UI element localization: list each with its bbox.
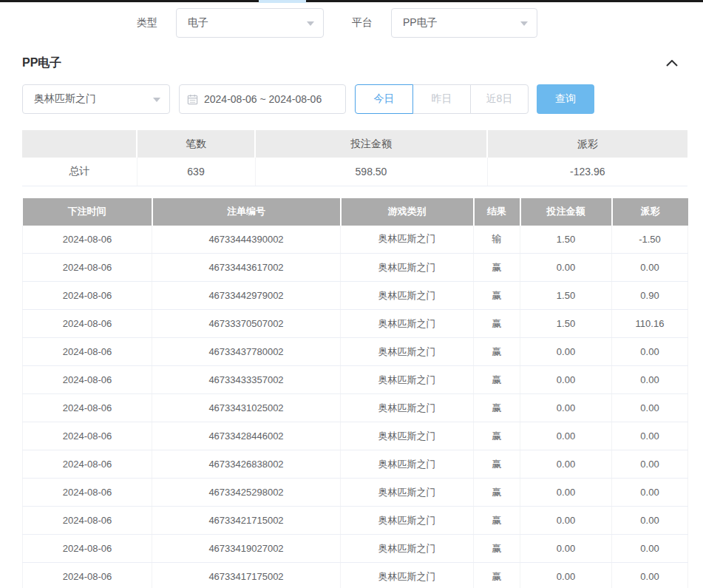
summary-total-payout: -123.96 (487, 158, 687, 186)
records-table: 下注时间 注单编号 游戏类别 结果 投注金额 派彩 2024-08-06 467… (22, 198, 688, 588)
cell-result: 赢 (474, 450, 520, 479)
cell-result: 赢 (474, 422, 520, 450)
cell-bet-time: 2024-08-06 (23, 535, 152, 563)
table-row: 2024-08-06 46733428446002 奥林匹斯之门 赢 0.00 … (23, 422, 688, 450)
summary-total-bet-amount: 598.50 (255, 158, 487, 186)
date-range-input[interactable]: 2024-08-06 ~ 2024-08-06 (179, 84, 346, 114)
cell-bet-time: 2024-08-06 (23, 254, 152, 282)
date-range-value: 2024-08-06 ~ 2024-08-06 (204, 93, 322, 105)
table-row: 2024-08-06 46733443617002 奥林匹斯之门 赢 0.00 … (23, 254, 688, 282)
platform-select-value: PP电子 (403, 16, 438, 30)
summary-table: 笔数 投注金额 派彩 总计 639 598.50 -123.96 (22, 130, 687, 186)
summary-header-bet-amount: 投注金额 (255, 130, 487, 158)
cell-payout: -1.50 (612, 226, 688, 254)
main-content: PP电子 奥林匹斯之门 (0, 55, 703, 588)
records-header-bet-amount: 投注金额 (520, 198, 612, 226)
quick-range-today-button[interactable]: 今日 (355, 84, 413, 114)
table-row: 2024-08-06 46733425298002 奥林匹斯之门 赢 0.00 … (23, 479, 688, 507)
cell-game-type: 奥林匹斯之门 (341, 254, 474, 282)
summary-total-row: 总计 639 598.50 -123.96 (22, 158, 687, 186)
section-title: PP电子 (22, 55, 61, 71)
cell-bet-amount: 1.50 (520, 226, 612, 254)
cell-game-type: 奥林匹斯之门 (341, 394, 474, 422)
cell-bet-amount: 0.00 (520, 422, 612, 450)
calendar-icon (187, 94, 198, 105)
chevron-up-icon (666, 60, 678, 67)
table-row: 2024-08-06 46733421715002 奥林匹斯之门 赢 0.00 … (23, 507, 688, 535)
cell-result: 输 (474, 226, 520, 254)
cell-order-id: 46733421715002 (152, 507, 341, 535)
chevron-down-icon (307, 21, 314, 26)
cell-game-type: 奥林匹斯之门 (341, 507, 474, 535)
cell-order-id: 46733370507002 (152, 310, 341, 338)
cell-payout: 0.00 (612, 563, 688, 588)
search-button[interactable]: 查询 (537, 84, 594, 114)
cell-result: 赢 (474, 394, 520, 422)
summary-header-row: 笔数 投注金额 派彩 (22, 130, 687, 158)
records-header-order-id: 注单编号 (152, 198, 341, 226)
summary-total-label: 总计 (22, 158, 137, 186)
table-row: 2024-08-06 46733370507002 奥林匹斯之门 赢 1.50 … (23, 310, 688, 338)
quick-range-last8days-button[interactable]: 近8日 (470, 84, 529, 114)
cell-bet-amount: 0.00 (520, 338, 612, 366)
type-label: 类型 (137, 16, 157, 30)
platform-select[interactable]: PP电子 (391, 8, 537, 38)
cell-game-type: 奥林匹斯之门 (341, 338, 474, 366)
records-header-row: 下注时间 注单编号 游戏类别 结果 投注金额 派彩 (23, 198, 688, 226)
cell-order-id: 46733442979002 (152, 282, 341, 310)
cell-bet-time: 2024-08-06 (23, 450, 152, 479)
table-row: 2024-08-06 46733444390002 奥林匹斯之门 输 1.50 … (23, 226, 688, 254)
type-select[interactable]: 电子 (176, 8, 324, 38)
cell-bet-amount: 0.00 (520, 507, 612, 535)
records-header-bet-time: 下注时间 (23, 198, 152, 226)
cell-bet-time: 2024-08-06 (23, 282, 152, 310)
cell-bet-time: 2024-08-06 (23, 226, 152, 254)
cell-result: 赢 (474, 310, 520, 338)
summary-total-count: 639 (137, 158, 255, 186)
records-header-result: 结果 (474, 198, 520, 226)
cell-bet-time: 2024-08-06 (23, 479, 152, 507)
cell-payout: 0.00 (612, 422, 688, 450)
cell-order-id: 46733417175002 (152, 563, 341, 588)
cell-order-id: 46733428446002 (152, 422, 341, 450)
table-row: 2024-08-06 46733417175002 奥林匹斯之门 赢 0.00 … (23, 563, 688, 588)
cell-payout: 0.00 (612, 366, 688, 394)
table-row: 2024-08-06 46733437780002 奥林匹斯之门 赢 0.00 … (23, 338, 688, 366)
cell-bet-time: 2024-08-06 (23, 366, 152, 394)
cell-order-id: 46733443617002 (152, 254, 341, 282)
game-select-value: 奥林匹斯之门 (34, 92, 96, 106)
cell-game-type: 奥林匹斯之门 (341, 535, 474, 563)
cell-result: 赢 (474, 563, 520, 588)
cell-result: 赢 (474, 507, 520, 535)
query-bar: 奥林匹斯之门 2024-08-06 ~ 2024-08-06 (22, 84, 687, 114)
game-select[interactable]: 奥林匹斯之门 (22, 84, 170, 114)
cell-game-type: 奥林匹斯之门 (341, 366, 474, 394)
cell-bet-amount: 0.00 (520, 366, 612, 394)
type-select-value: 电子 (188, 16, 208, 30)
summary-header-payout: 派彩 (487, 130, 687, 158)
cell-order-id: 46733431025002 (152, 394, 341, 422)
type-platform-filter-row: 类型 电子 平台 PP电子 (0, 8, 703, 38)
quick-range-yesterday-button[interactable]: 昨日 (412, 84, 471, 114)
cell-payout: 0.00 (612, 254, 688, 282)
cell-bet-amount: 0.00 (520, 479, 612, 507)
cell-bet-time: 2024-08-06 (23, 422, 152, 450)
cell-order-id: 46733425298002 (152, 479, 341, 507)
cell-game-type: 奥林匹斯之门 (341, 282, 474, 310)
collapse-button[interactable] (664, 58, 680, 70)
cell-game-type: 奥林匹斯之门 (341, 422, 474, 450)
chevron-down-icon (153, 98, 160, 102)
cell-bet-time: 2024-08-06 (23, 394, 152, 422)
cell-game-type: 奥林匹斯之门 (341, 310, 474, 338)
cell-result: 赢 (474, 479, 520, 507)
cell-bet-amount: 1.50 (520, 310, 612, 338)
page: 类型 电子 平台 PP电子 PP电子 奥林匹斯之门 (0, 0, 703, 588)
cell-payout: 110.16 (612, 310, 688, 338)
records-header-payout: 派彩 (612, 198, 688, 226)
cell-payout: 0.00 (612, 450, 688, 479)
quick-range-button-group: 今日 昨日 近8日 (355, 84, 529, 114)
cell-game-type: 奥林匹斯之门 (341, 479, 474, 507)
cell-bet-amount: 0.00 (520, 535, 612, 563)
summary-header-blank (22, 130, 137, 158)
active-tab-indicator (259, 0, 306, 3)
